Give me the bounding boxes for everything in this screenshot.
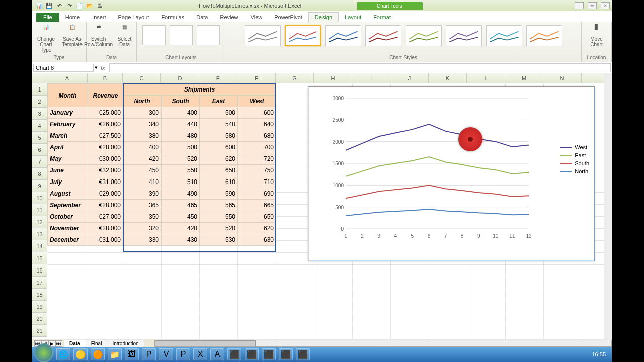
taskbar-clock[interactable]: 16:55 xyxy=(588,351,610,357)
sheet-tab-introduction[interactable]: Introduction xyxy=(107,340,144,347)
row-header-20[interactable]: 20 xyxy=(32,313,47,325)
column-header-A[interactable]: A xyxy=(47,73,88,83)
taskbar-app-access[interactable]: A xyxy=(210,348,224,360)
taskbar-app-4[interactable]: 📁 xyxy=(108,348,122,360)
data-table[interactable]: MonthRevenueShipmentsNorthSouthEastWestJ… xyxy=(47,83,276,246)
row-header-21[interactable]: 21 xyxy=(32,325,47,337)
horizontal-scrollbar[interactable] xyxy=(154,340,612,347)
windows-taskbar[interactable]: 🌐 🟡 🟠 📁 🖼 P V P X A ⬛ ⬛ ⬛ ⬛ ⬛ 16:55 xyxy=(32,347,612,362)
chart-style-8[interactable] xyxy=(526,25,562,46)
row-header-2[interactable]: 2 xyxy=(32,96,47,108)
chart-style-4[interactable] xyxy=(365,25,401,46)
row-header-14[interactable]: 14 xyxy=(32,240,47,252)
maximize-button[interactable]: ▭ xyxy=(588,2,597,9)
row-header-9[interactable]: 9 xyxy=(32,180,47,192)
worksheet-grid[interactable]: ABCDEFGHIJKLMN 1234567891011121314151617… xyxy=(32,73,612,339)
taskbar-app-excel[interactable]: X xyxy=(193,348,207,360)
save-as-template-button[interactable]: 📋Save As Template xyxy=(60,24,85,47)
column-header-C[interactable]: C xyxy=(123,73,161,83)
column-header-I[interactable]: I xyxy=(352,73,390,83)
select-all-corner[interactable] xyxy=(32,73,47,83)
print-icon[interactable]: 🖶 xyxy=(96,2,104,10)
chart-style-1[interactable] xyxy=(245,25,281,46)
formula-input[interactable] xyxy=(109,63,611,72)
column-header-F[interactable]: F xyxy=(237,73,276,83)
tab-view[interactable]: View xyxy=(245,13,269,22)
fx-icon[interactable]: fx xyxy=(98,65,108,71)
row-header-1[interactable]: 1 xyxy=(32,83,47,96)
column-header-J[interactable]: J xyxy=(390,73,429,83)
taskbar-app-5[interactable]: 🖼 xyxy=(125,348,139,360)
open-icon[interactable]: 📂 xyxy=(86,2,94,10)
new-icon[interactable]: 📄 xyxy=(75,2,84,10)
taskbar-app-outlook[interactable]: 🟠 xyxy=(91,348,105,360)
taskbar-app-15[interactable]: ⬛ xyxy=(296,348,310,360)
column-header-K[interactable]: K xyxy=(429,73,467,83)
chart-layout-3[interactable] xyxy=(197,25,220,45)
row-header-17[interactable]: 17 xyxy=(32,277,47,289)
row-header-13[interactable]: 13 xyxy=(32,228,47,240)
vertical-scrollbar[interactable] xyxy=(604,73,612,339)
taskbar-app-chrome[interactable]: 🟡 xyxy=(73,348,88,360)
change-chart-type-button[interactable]: 📊Change Chart Type xyxy=(34,24,58,53)
column-header-M[interactable]: M xyxy=(505,73,543,83)
move-chart-button[interactable]: ▊Move Chart xyxy=(585,24,609,47)
taskbar-app-12[interactable]: ⬛ xyxy=(245,348,259,360)
row-header-10[interactable]: 10 xyxy=(32,192,47,204)
chart-style-2[interactable] xyxy=(285,25,321,46)
column-header-E[interactable]: E xyxy=(199,73,237,83)
save-icon[interactable]: 💾 xyxy=(45,2,53,10)
chart-style-5[interactable] xyxy=(406,25,442,46)
row-header-3[interactable]: 3 xyxy=(32,108,47,120)
taskbar-app-project[interactable]: P xyxy=(176,348,190,360)
tab-review[interactable]: Review xyxy=(214,13,244,22)
row-header-19[interactable]: 19 xyxy=(32,301,47,313)
taskbar-app-14[interactable]: ⬛ xyxy=(279,348,293,360)
chart-layout-2[interactable] xyxy=(170,25,193,45)
tab-format[interactable]: Format xyxy=(367,13,397,22)
sheet-tab-final[interactable]: Final xyxy=(86,340,108,347)
row-header-8[interactable]: 8 xyxy=(32,168,47,180)
taskbar-app-powerpoint[interactable]: P xyxy=(142,348,156,360)
row-header-12[interactable]: 12 xyxy=(32,216,47,228)
row-header-15[interactable]: 15 xyxy=(32,252,47,264)
tab-powerpivot[interactable]: PowerPivot xyxy=(268,13,308,22)
taskbar-app-visio[interactable]: V xyxy=(159,348,173,360)
start-button[interactable] xyxy=(34,343,53,362)
row-header-16[interactable]: 16 xyxy=(32,264,47,277)
sheet-nav-last[interactable]: ⏭ xyxy=(55,340,62,347)
row-header-18[interactable]: 18 xyxy=(32,289,47,301)
chart-layout-1[interactable] xyxy=(142,25,166,45)
embedded-chart[interactable]: 050010001500200025003000123456789101112 … xyxy=(308,86,595,261)
sheet-tab-data[interactable]: Data xyxy=(64,340,86,347)
taskbar-app-13[interactable]: ⬛ xyxy=(262,348,276,360)
undo-icon[interactable]: ↶ xyxy=(55,2,63,10)
chart-style-7[interactable] xyxy=(486,25,522,46)
row-header-6[interactable]: 6 xyxy=(32,144,47,156)
column-header-L[interactable]: L xyxy=(467,73,505,83)
redo-icon[interactable]: ↷ xyxy=(65,2,73,10)
tab-formulas[interactable]: Formulas xyxy=(155,13,190,22)
tab-file[interactable]: File xyxy=(36,13,59,22)
row-header-7[interactable]: 7 xyxy=(32,156,47,168)
column-header-N[interactable]: N xyxy=(543,73,582,83)
tab-page-layout[interactable]: Page Layout xyxy=(112,13,155,22)
taskbar-app-1[interactable]: 🌐 xyxy=(56,348,70,360)
tab-data[interactable]: Data xyxy=(190,13,214,22)
tab-home[interactable]: Home xyxy=(59,13,86,22)
chart-style-3[interactable] xyxy=(325,25,361,46)
tab-design[interactable]: Design xyxy=(308,12,339,22)
switch-row-column-button[interactable]: ⇄Switch Row/Column xyxy=(87,24,111,47)
tab-layout[interactable]: Layout xyxy=(339,13,367,22)
row-header-5[interactable]: 5 xyxy=(32,132,47,144)
tab-insert[interactable]: Insert xyxy=(86,13,112,22)
close-button[interactable]: ✕ xyxy=(601,2,610,9)
column-header-B[interactable]: B xyxy=(88,73,123,83)
taskbar-app-11[interactable]: ⬛ xyxy=(227,348,242,360)
column-header-G[interactable]: G xyxy=(276,73,314,83)
column-header-H[interactable]: H xyxy=(314,73,352,83)
chart-style-6[interactable] xyxy=(446,25,482,46)
row-header-11[interactable]: 11 xyxy=(32,204,47,216)
column-header-D[interactable]: D xyxy=(161,73,199,83)
select-data-button[interactable]: ▦Select Data xyxy=(113,24,137,47)
